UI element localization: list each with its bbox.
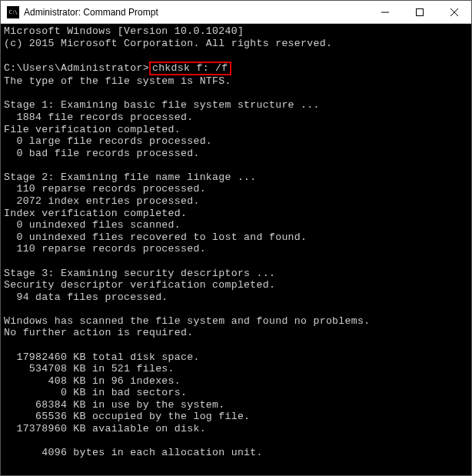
stage2-unidx-rec: 0 unindexed files recovered to lost and … <box>4 231 307 243</box>
disk-bad: 0 KB in bad sectors. <box>4 387 187 398</box>
titlebar: C:\ Administrator: Command Prompt <box>1 1 471 24</box>
stage1-records: 1884 file records processed. <box>4 112 193 123</box>
close-button[interactable] <box>437 1 471 23</box>
alloc-unit: 4096 bytes in each allocation unit. <box>4 447 263 458</box>
stage2-title: Stage 2: Examining file name linkage ... <box>4 171 257 183</box>
window-title: Administrator: Command Prompt <box>24 7 367 18</box>
cmd-icon: C:\ <box>7 6 19 18</box>
stage1-done: File verification completed. <box>4 124 181 135</box>
window-controls <box>367 1 471 23</box>
header-line: Microsoft Windows [Version 10.0.10240] <box>4 25 244 37</box>
no-action: No further action is required. <box>4 327 193 338</box>
command-highlight: chkdsk f: /f <box>149 62 231 76</box>
svg-rect-1 <box>416 8 423 15</box>
stage2-reparse2: 110 reparse records processed. <box>4 243 206 255</box>
stage1-title: Stage 1: Examining basic file system str… <box>4 99 320 111</box>
terminal-output[interactable]: Microsoft Windows [Version 10.0.10240] (… <box>1 24 471 475</box>
stage1-large: 0 large file records processed. <box>4 135 212 147</box>
disk-files: 534708 KB in 521 files. <box>4 363 175 374</box>
close-icon <box>450 8 458 16</box>
stage2-done: Index verification completed. <box>4 208 187 219</box>
disk-indexes: 408 KB in 96 indexes. <box>4 375 181 387</box>
prompt-prefix: C:\Users\Administrator> <box>4 62 149 74</box>
stage3-data: 94 data files processed. <box>4 291 168 303</box>
stage2-reparse: 110 reparse records processed. <box>4 183 206 195</box>
disk-log: 65536 KB occupied by the log file. <box>4 411 250 422</box>
copyright-line: (c) 2015 Microsoft Corporation. All righ… <box>4 38 332 49</box>
fs-type-line: The type of the file system is NTFS. <box>4 75 231 87</box>
stage1-bad: 0 bad file records processed. <box>4 148 200 159</box>
disk-system: 68384 KB in use by the system. <box>4 399 224 411</box>
stage2-unidx-scan: 0 unindexed files scanned. <box>4 219 181 231</box>
minimize-icon <box>381 8 389 16</box>
stage3-title: Stage 3: Examining security descriptors … <box>4 268 275 279</box>
disk-avail: 17378960 KB available on disk. <box>4 423 206 434</box>
stage2-index: 2072 index entries processed. <box>4 195 200 207</box>
scan-result: Windows has scanned the file system and … <box>4 315 370 327</box>
command-prompt-window: C:\ Administrator: Command Prompt Micros… <box>0 0 472 476</box>
maximize-icon <box>416 8 424 16</box>
stage3-done: Security descriptor verification complet… <box>4 279 275 291</box>
maximize-button[interactable] <box>402 1 437 23</box>
disk-total: 17982460 KB total disk space. <box>4 351 200 363</box>
minimize-button[interactable] <box>367 1 402 23</box>
